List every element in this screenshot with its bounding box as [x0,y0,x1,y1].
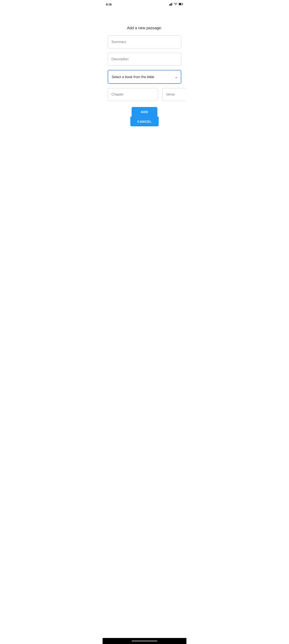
description-input[interactable] [108,53,181,66]
status-icons [169,2,183,6]
svg-rect-6 [183,4,183,4]
verse-input[interactable] [162,88,186,101]
cancel-button[interactable]: CANCEL [130,117,158,126]
battery-icon [179,3,183,6]
signal-icon [169,2,173,6]
page-title: Add a new passage: [127,26,162,30]
book-select-container: Select a book from the bible Genesis Exo… [108,70,181,84]
status-time: 8:18 [106,3,112,6]
main-content: Add a new passage: Select a book from th… [103,8,186,135]
svg-rect-5 [179,3,181,5]
summary-input[interactable] [108,36,181,48]
buttons-container: ADD CANCEL [130,107,158,126]
svg-rect-0 [169,4,170,6]
chapter-input[interactable] [108,88,158,101]
svg-rect-2 [171,3,172,6]
svg-rect-3 [172,2,173,6]
status-bar: 8:18 [103,0,186,8]
chapter-verse-row [108,88,181,101]
add-button[interactable]: ADD [132,107,157,117]
wifi-icon [174,3,177,6]
book-select[interactable]: Select a book from the bible Genesis Exo… [108,70,181,83]
svg-rect-1 [170,4,171,6]
